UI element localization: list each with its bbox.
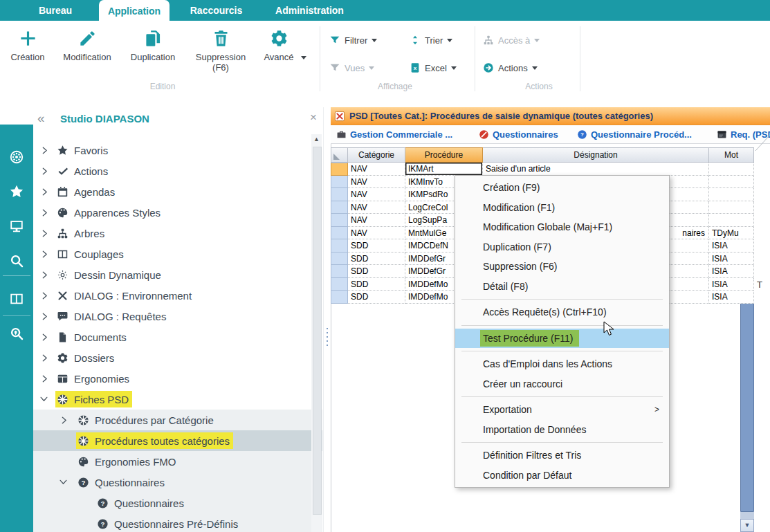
sidebar-item-dessin-dynamique[interactable]: Dessin Dynamique	[33, 264, 322, 285]
row-indicator[interactable]	[331, 214, 348, 227]
row-indicator[interactable]	[331, 253, 348, 266]
cell-mot[interactable]	[709, 188, 754, 201]
cell-designation[interactable]: Saisie d'un article	[483, 163, 709, 176]
link-tab-questionnaire-proced[interactable]: ? Questionnaire Procéd...	[577, 125, 692, 143]
sidebar-item-favoris[interactable]: Favoris	[33, 140, 322, 160]
collapsed-side-tab[interactable]: T	[757, 279, 762, 290]
chevron-right-icon[interactable]	[40, 187, 49, 196]
sidebar-item-dialog-environnement[interactable]: DIALOG : Environnement	[33, 285, 322, 306]
sidebar-item-procedures-par-categorie[interactable]: Procédures par Catégorie	[33, 410, 322, 430]
row-indicator[interactable]	[331, 188, 348, 201]
chevron-right-icon[interactable]	[40, 311, 49, 320]
star-icon[interactable]	[9, 184, 24, 199]
sidebar-item-dialog-requetes[interactable]: DIALOG : Requêtes	[33, 306, 322, 327]
cell-mot[interactable]: ISIA	[709, 239, 754, 253]
column-header-procedure[interactable]: Procédure	[405, 147, 483, 163]
sidebar-item-ergonomies-fmo[interactable]: Ergonomies FMO	[33, 451, 322, 472]
sidebar-item-dossiers[interactable]: Dossiers	[33, 347, 322, 368]
scroll-up-icon[interactable]: ▲	[311, 136, 322, 143]
column-header-designation[interactable]: Désignation	[483, 147, 709, 163]
cell-categorie[interactable]: NAV	[348, 201, 405, 214]
menu-item-definition-filtres-et-tris[interactable]: Définition Filtres et Tris	[455, 446, 669, 466]
menu-item-creer-un-raccourci[interactable]: Créer un raccourci	[455, 374, 669, 394]
sidebar-close-button[interactable]: ×	[310, 111, 317, 125]
chevron-right-icon[interactable]	[40, 249, 49, 258]
chevron-down-icon[interactable]	[40, 394, 49, 403]
column-header-select-all[interactable]	[331, 147, 348, 163]
sidebar-item-fiches-psd[interactable]: Fiches PSD	[33, 389, 322, 410]
cell-categorie[interactable]: SDD	[348, 239, 405, 253]
cell-mot[interactable]	[709, 163, 754, 176]
menu-item-detail-f8[interactable]: Détail (F8)	[455, 277, 669, 297]
cell-mot[interactable]: ISIA	[709, 278, 754, 291]
row-indicator[interactable]	[331, 265, 348, 278]
cell-categorie[interactable]: SDD	[348, 291, 405, 304]
panel-splitter[interactable]	[324, 325, 330, 350]
suppression-button[interactable]: Suppression (F6)	[188, 28, 253, 73]
sidebar-item-ergonomies[interactable]: Ergonomies	[33, 368, 322, 389]
menu-item-modification-f1[interactable]: Modification (F1)	[455, 198, 669, 218]
row-indicator[interactable]	[331, 201, 348, 214]
menu-item-creation-f9[interactable]: Création (F9)	[455, 178, 669, 198]
creation-button[interactable]: Création	[3, 28, 53, 62]
sidebar-item-couplages[interactable]: Couplages	[33, 244, 322, 264]
monitor-icon[interactable]	[9, 219, 24, 234]
tab-application[interactable]: Application	[99, 0, 169, 21]
chevron-right-icon[interactable]	[40, 353, 49, 362]
chevron-right-icon[interactable]	[40, 166, 49, 175]
tab-administration[interactable]: Administration	[263, 0, 356, 21]
chevron-right-icon[interactable]	[40, 374, 49, 383]
sidebar-item-procedures-toutes-categories[interactable]: Procédures toutes catégories	[33, 430, 322, 451]
cell-mot[interactable]: ISIA	[709, 265, 754, 278]
cell-categorie[interactable]: NAV	[348, 163, 405, 176]
avance-button[interactable]: Avancé	[257, 28, 300, 62]
column-header-mot[interactable]: Mot	[709, 147, 754, 163]
menu-item-condition-par-defaut[interactable]: Condition par Défaut	[455, 466, 669, 486]
row-indicator[interactable]	[331, 291, 348, 304]
sidebar-item-apparences-styles[interactable]: Apparences Styles	[33, 202, 322, 223]
menu-item-suppression-f6[interactable]: Suppression (F6)	[455, 257, 669, 277]
chevron-right-icon[interactable]	[59, 415, 68, 424]
row-indicator[interactable]	[331, 176, 348, 189]
sidebar-scrollbar[interactable]: ▲	[311, 134, 322, 532]
link-tab-questionnaires[interactable]: Questionnaires	[479, 125, 558, 143]
cell-mot[interactable]: ISIA	[709, 291, 754, 304]
sidebar-scrollbar-thumb[interactable]	[313, 147, 322, 515]
sidebar-item-questionnaires-pre-definis[interactable]: ? Questionnaires Pré-Définis	[33, 513, 322, 532]
sidebar-item-actions[interactable]: Actions	[33, 160, 322, 181]
tab-bureau[interactable]: Bureau	[17, 0, 93, 21]
chevron-right-icon[interactable]	[40, 332, 49, 341]
sidebar-item-documents[interactable]: Documents	[33, 327, 322, 347]
trier-button[interactable]: Trier	[410, 32, 452, 48]
menu-item-acces-requete-s-ctrl-f10[interactable]: Accès Requête(s) (Ctrl+F10)	[455, 302, 669, 322]
sidebar-item-arbres[interactable]: Arbres	[33, 223, 322, 244]
scroll-down-icon[interactable]: ▼	[740, 519, 754, 532]
menu-item-test-procedure-f11[interactable]: Test Procédure (F11)	[455, 329, 669, 349]
cell-mot[interactable]: TDyMu	[709, 227, 754, 240]
cell-categorie[interactable]: NAV	[348, 227, 405, 240]
cell-categorie[interactable]: SDD	[348, 278, 405, 291]
row-indicator[interactable]	[331, 239, 348, 253]
dropdown-caret-icon[interactable]	[301, 56, 306, 62]
actions-button[interactable]: Actions	[483, 59, 538, 76]
sidebar-item-questionnaires[interactable]: ? Questionnaires	[33, 493, 322, 513]
row-indicator[interactable]	[331, 163, 348, 176]
chevron-right-icon[interactable]	[40, 208, 49, 217]
chevron-down-icon[interactable]	[59, 477, 68, 486]
cell-mot[interactable]: ISIA	[709, 253, 754, 266]
cell-mot[interactable]	[709, 176, 754, 189]
cell-procedure[interactable]: IKMArt	[405, 163, 483, 176]
menu-item-modification-globale-maj-f1[interactable]: Modification Globale (Maj+F1)	[455, 217, 669, 237]
chevron-right-icon[interactable]	[40, 291, 49, 300]
cell-mot[interactable]	[709, 201, 754, 214]
duplication-button[interactable]: Duplication	[120, 28, 185, 62]
menu-item-importation-de-donnees[interactable]: Importation de Données	[455, 420, 669, 440]
wheel-icon[interactable]	[9, 149, 24, 165]
vues-button[interactable]: Vues	[329, 59, 374, 76]
excel-button[interactable]: x Excel	[410, 59, 457, 76]
search-pin-icon[interactable]	[9, 326, 24, 341]
menu-item-duplication-f7[interactable]: Duplication (F7)	[455, 237, 669, 257]
tab-raccourcis[interactable]: Raccourcis	[176, 0, 256, 21]
row-indicator[interactable]	[331, 278, 348, 291]
chevron-right-icon[interactable]	[40, 228, 49, 237]
